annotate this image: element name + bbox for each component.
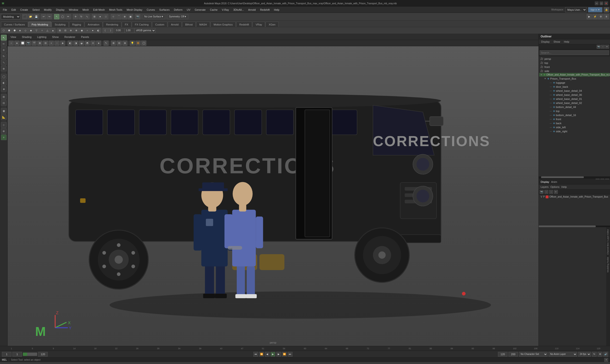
vp-icon-17[interactable]: ↖ (104, 40, 109, 46)
save-scene-button[interactable]: 💾 (34, 14, 39, 19)
mel-script-button[interactable]: MEL (2, 359, 7, 361)
menu-arnold[interactable]: Arnold (246, 8, 258, 12)
tab-redshift[interactable]: Redshift (236, 22, 252, 27)
canvas-area[interactable]: CORRECTIONS CORRECTIONS (8, 46, 538, 346)
vertical-tab-channel-box[interactable]: Channel Box / Layer Editor (606, 228, 610, 256)
shelf-icon-10[interactable]: ▲ (50, 28, 55, 33)
tab-curves-surfaces[interactable]: Curves / Surfaces (1, 22, 28, 27)
outliner-icon-2[interactable]: ↔ (601, 45, 605, 49)
vp-icon-6[interactable]: ⊞ (37, 40, 42, 46)
cb-icon-1[interactable]: 📷 (540, 190, 544, 194)
lock-icon[interactable]: 🔒 (604, 7, 609, 13)
vp-icon-4[interactable]: 📷 (26, 40, 31, 46)
tab-custom[interactable]: Custom (152, 22, 167, 27)
render-settings-button[interactable]: ⚙ (598, 14, 603, 19)
shelf-icon-13[interactable]: ⊕ (68, 28, 73, 33)
tree-item-side-right[interactable]: — ◈ side_right (539, 129, 610, 133)
vp-icon-20[interactable]: ⊕ (122, 40, 128, 46)
next-frame-button[interactable]: ▶ (276, 352, 281, 357)
pause-button[interactable]: ⏸ (604, 14, 609, 19)
menu-select[interactable]: Select (30, 8, 42, 12)
tree-item-front-mesh[interactable]: — ◈ front (539, 117, 610, 121)
tree-item-side-left[interactable]: — ◈ side_left (539, 125, 610, 129)
sign-in-button[interactable]: Sign In ▼ (588, 7, 602, 13)
module-selector[interactable]: Modeling Rigging Animation Rendering FX (1, 14, 20, 19)
close-button[interactable]: ✕ (604, 1, 608, 5)
anim-layer-select[interactable]: No Anim Layer (548, 352, 577, 357)
shelf-icon-11[interactable]: ⊞ (57, 28, 63, 33)
universal-manip-icon[interactable]: ⊕ (1, 66, 7, 72)
lasso-tool-button[interactable]: ◯ (60, 14, 65, 19)
render-region-icon[interactable]: ▣ (1, 108, 7, 114)
shelf-icon-16[interactable]: ○ (85, 28, 90, 33)
vp-menu-renderer[interactable]: Renderer (64, 35, 76, 39)
vp-icon-18[interactable]: ⊞ (111, 40, 116, 46)
menu-create[interactable]: Create (18, 8, 30, 12)
step-back-button[interactable]: ⏪ (259, 352, 264, 357)
wireframe-button[interactable]: ⊞ (92, 14, 97, 19)
tree-item-wheel-02[interactable]: — ◈ wheel_base_detail_02 (539, 101, 610, 105)
vp-menu-show[interactable]: Show (51, 35, 60, 39)
tab-arnold[interactable]: Arnold (168, 22, 182, 27)
audio-button[interactable]: 🔊 (603, 352, 608, 357)
vp-icon-1[interactable]: ○ (9, 40, 14, 46)
select-tool-button[interactable]: ↖ (54, 14, 59, 19)
shelf-icon-15[interactable]: ◉ (79, 28, 84, 33)
vp-menu-view[interactable]: View (10, 35, 17, 39)
undo-button[interactable]: ↩ (41, 14, 46, 19)
bottom-icon-2[interactable]: ⊕ (1, 128, 7, 134)
outliner-tab-show[interactable]: Show (552, 40, 562, 44)
fps-select[interactable]: 24 fps 30 fps 60 fps (578, 352, 591, 357)
vp-icon-14[interactable]: ◓ (85, 40, 90, 46)
vp-icon-3[interactable]: ⬜ (20, 40, 25, 46)
tab-vray[interactable]: VRay (252, 22, 265, 27)
timeline[interactable]: 1 5 9 14 18 22 26 30 34 39 43 47 51 56 6… (0, 346, 610, 351)
channel-box-scrollbar[interactable] (539, 225, 610, 227)
render-button[interactable]: ▶ (587, 14, 592, 19)
snap-grid-button[interactable]: ⊹ (111, 14, 116, 19)
grid-icon[interactable]: ⊟ (1, 100, 7, 106)
cb-icon-3[interactable]: ↕ (549, 190, 553, 194)
step-forward-button[interactable]: ⏩ (282, 352, 287, 357)
vp-icon-15[interactable]: ⊙ (90, 40, 96, 46)
minimize-button[interactable]: ─ (595, 1, 598, 5)
vp-icon-11[interactable]: ◐ (67, 40, 73, 46)
menu-3dtoall[interactable]: 3DtoAll... (231, 8, 246, 12)
tree-item-side[interactable]: 🎥 side (539, 69, 610, 73)
shelf-icon-17[interactable]: ● (90, 28, 95, 33)
cb-help-tab[interactable]: Help (561, 185, 567, 188)
play-button[interactable]: ▶ (271, 352, 275, 357)
tree-item-top[interactable]: 🎥 top (539, 61, 610, 65)
vp-icon-12[interactable]: ◑ (73, 40, 78, 46)
outliner-search-input[interactable] (540, 50, 609, 55)
menu-display[interactable]: Display (54, 8, 66, 12)
tree-item-luggage[interactable]: — ◈ luggage (539, 80, 610, 85)
gamma-select[interactable]: sRGB gamma Linear (134, 28, 156, 33)
paint-select-button[interactable]: ✏ (65, 14, 71, 19)
shelf-icon-19[interactable]: ⟨ (103, 28, 108, 33)
vp-icon-19[interactable]: ⊟ (117, 40, 122, 46)
snap-together-icon[interactable]: ⊞ (1, 94, 7, 100)
maximize-button[interactable]: □ (599, 1, 603, 5)
menu-mesh[interactable]: Mesh (80, 8, 91, 12)
menu-help[interactable]: Help (272, 8, 281, 12)
vp-icon-7[interactable]: ⊟ (43, 40, 48, 46)
outliner-tab-help[interactable]: Help (563, 40, 571, 44)
tab-poly-modeling[interactable]: Poly Modeling (28, 22, 51, 27)
shelf-icon-9[interactable]: △ (45, 28, 50, 33)
cb-options-tab[interactable]: Options (550, 185, 559, 188)
vp-icon-13[interactable]: ◒ (79, 40, 84, 46)
shelf-icon-2[interactable]: ⬢ (6, 28, 12, 33)
tab-bifrost[interactable]: Bifrost (182, 22, 196, 27)
tree-item-wheel-04[interactable]: — ◈ wheel_base_detail_04 (539, 89, 610, 93)
select-tool-icon[interactable]: ↖ (1, 35, 7, 40)
menu-vray[interactable]: V-Ray (220, 8, 231, 12)
outliner-tab-display[interactable]: Display (540, 40, 551, 44)
vp-icon-16[interactable]: ● (96, 40, 101, 46)
tab-fx[interactable]: FX (122, 22, 131, 27)
shelf-icon-14[interactable]: ⊗ (74, 28, 79, 33)
menu-generate[interactable]: Generate (193, 8, 208, 12)
cb-layers-tab[interactable]: Layers (541, 185, 548, 188)
end-frame-input[interactable] (498, 352, 507, 357)
bounding-box-button[interactable]: □ (103, 14, 108, 19)
